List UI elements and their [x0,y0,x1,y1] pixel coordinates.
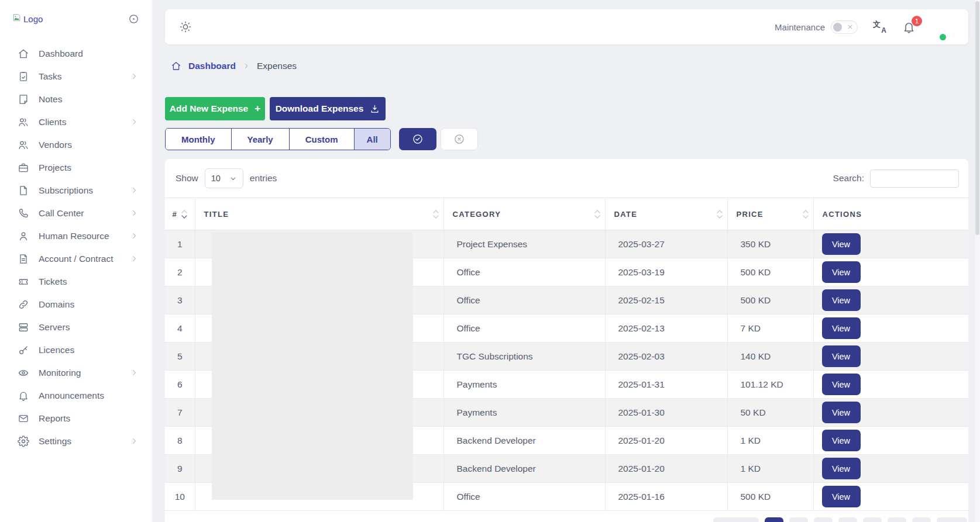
view-button[interactable]: View [822,289,861,311]
topbar: Maintenance 文A 1 [165,9,968,44]
avatar[interactable] [931,15,954,39]
notifications-bell-icon[interactable]: 1 [902,20,916,34]
sidebar-item-dashboard[interactable]: Dashboard [0,42,152,65]
pagination-page-6[interactable]: 6 [888,517,906,522]
toggle-knob [833,23,842,32]
cell-actions: View [813,483,968,511]
sidebar-item-settings[interactable]: Settings [0,430,152,452]
download-expenses-button[interactable]: Download Expenses [270,97,386,120]
filter-tab-yearly[interactable]: Yearly [232,129,290,150]
entries-label: entries [250,173,277,184]
pagination-page-1[interactable]: 1 [765,517,783,522]
sidebar-item-label: Reports [39,413,70,424]
sidebar-item-tasks[interactable]: Tasks [0,65,152,88]
pagination-page-7[interactable]: 7 [912,517,931,522]
expenses-table-card: Show 10 entries Search: #TITLECATEGORYDA… [165,159,968,522]
view-button[interactable]: View [822,233,861,255]
chevron-right-icon [130,72,138,80]
view-button[interactable]: View [822,458,861,479]
sidebar-item-monitoring[interactable]: Monitoring [0,361,152,384]
sidebar-item-reports[interactable]: Reports [0,407,152,430]
sidebar-item-subscriptions[interactable]: Subscriptions [0,179,152,202]
column-header-date[interactable]: DATE [605,198,727,230]
home-icon[interactable] [171,61,181,71]
translate-icon[interactable]: 文A [873,20,887,34]
sidebar-item-announcements[interactable]: Announcements [0,384,152,407]
sidebar-item-vendors[interactable]: Vendors [0,133,152,156]
logo-alt-text: Logo [23,14,43,24]
sidebar-item-clients[interactable]: Clients [0,110,152,133]
cell-actions: View [813,399,968,427]
key-icon [18,344,29,356]
pagination-next-button[interactable]: Next [937,517,967,522]
view-button[interactable]: View [822,317,861,339]
column-header-num[interactable]: # [165,198,195,230]
sort-carets-icon [594,210,600,219]
tasks-icon [18,71,29,82]
filter-tab-monthly[interactable]: Monthly [166,129,232,150]
cell-actions: View [813,371,968,399]
apply-filter-button[interactable] [399,128,436,150]
download-icon [370,104,380,114]
sidebar: Logo DashboardTasksNotesClientsVendorsPr… [0,0,152,522]
cell-num: 9 [165,455,195,483]
filter-tab-custom[interactable]: Custom [290,129,355,150]
maintenance-label: Maintenance [775,22,825,32]
sidebar-item-projects[interactable]: Projects [0,156,152,179]
sidebar-item-notes[interactable]: Notes [0,88,152,110]
sidebar-item-label: Settings [39,436,71,447]
column-header-price[interactable]: PRICE [727,198,813,230]
sidebar-item-label: Vendors [39,140,72,150]
sidebar-item-domains[interactable]: Domains [0,293,152,316]
sidebar-item-call-center[interactable]: Call Center [0,202,152,224]
page-size-control: Show 10 entries [176,168,277,188]
view-button[interactable]: View [822,345,861,367]
logo[interactable]: Logo [12,13,43,25]
maintenance-toggle[interactable] [831,20,858,34]
cell-date: 2025-03-19 [605,258,727,286]
cell-date: 2025-03-27 [605,230,727,258]
search-input[interactable] [870,170,959,188]
column-header-category[interactable]: CATEGORY [443,198,605,230]
sidebar-item-human-resource[interactable]: Human Resource [0,224,152,247]
entries-select[interactable]: 10 [205,168,243,188]
pagination-page-5[interactable]: 5 [863,517,882,522]
circle-dot-icon[interactable] [128,13,139,25]
eye-icon [18,367,29,379]
view-button[interactable]: View [822,486,861,507]
logo-row: Logo [0,11,152,27]
sidebar-item-servers[interactable]: Servers [0,316,152,338]
pagination-page-3[interactable]: 3 [814,517,833,522]
cell-date: 2025-01-31 [605,371,727,399]
sidebar-item-tickets[interactable]: Tickets [0,270,152,293]
table-header-row: #TITLECATEGORYDATEPRICEACTIONS [165,198,968,230]
view-button[interactable]: View [822,402,861,423]
cell-price: 7 KD [727,314,813,343]
pagination-previous-button[interactable]: Previous [713,517,759,522]
add-new-expense-button[interactable]: Add New Expense + [165,97,265,120]
sidebar-item-account-contract[interactable]: Account / Contract [0,247,152,270]
cell-date: 2025-01-20 [605,427,727,455]
sun-icon[interactable] [179,20,192,33]
clear-filter-button[interactable] [441,128,478,150]
cell-date: 2025-02-13 [605,314,727,343]
pagination-page-4[interactable]: 4 [838,517,857,522]
scrollbar-thumb[interactable] [975,1,979,235]
filter-tab-all[interactable]: All [355,129,390,150]
column-header-title[interactable]: TITLE [195,198,443,230]
scrollbar-track[interactable] [974,0,980,522]
view-button[interactable]: View [822,261,861,283]
cell-actions: View [813,343,968,371]
actions-row: Add New Expense + Download Expenses [165,97,968,120]
note-icon [18,94,29,105]
view-button[interactable]: View [822,374,861,395]
view-button[interactable]: View [822,430,861,451]
sidebar-item-label: Clients [39,117,66,127]
app-root: Logo DashboardTasksNotesClientsVendorsPr… [0,0,980,522]
cell-num: 6 [165,371,195,399]
pagination-page-2[interactable]: 2 [789,517,808,522]
breadcrumb-dashboard-link[interactable]: Dashboard [188,61,236,71]
cell-num: 10 [165,483,195,511]
cell-num: 8 [165,427,195,455]
sidebar-item-licences[interactable]: Licences [0,338,152,361]
